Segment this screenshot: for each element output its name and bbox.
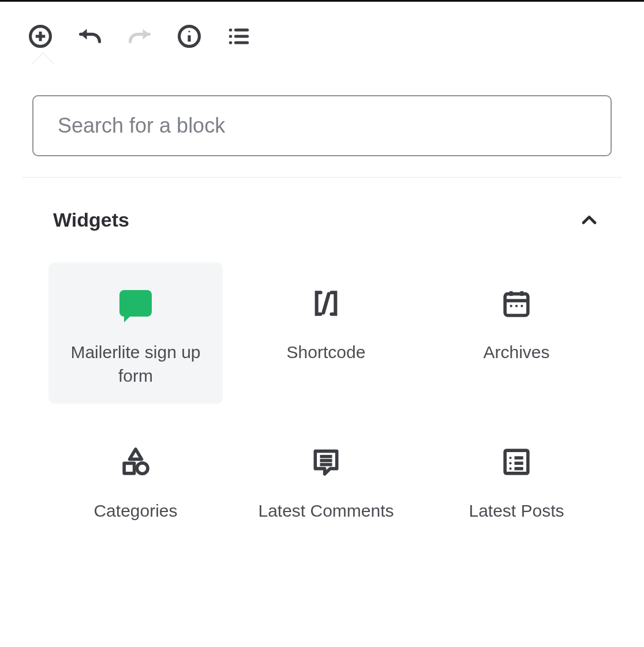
chevron-up-icon — [579, 210, 599, 230]
block-categories[interactable]: Categories — [48, 421, 223, 559]
redo-button[interactable] — [125, 21, 155, 51]
plus-circle-icon — [28, 24, 53, 49]
svg-point-27 — [509, 457, 511, 459]
calendar-icon — [500, 283, 533, 324]
block-archives[interactable]: Archives — [429, 262, 604, 404]
widgets-section-toggle[interactable]: Widgets — [0, 178, 644, 239]
block-label: Mailerlite sign up form — [58, 341, 214, 388]
list-icon — [226, 24, 252, 49]
info-button[interactable] — [174, 21, 204, 51]
chat-bubble-icon — [119, 283, 152, 324]
block-latest-comments[interactable]: Latest Comments — [239, 421, 413, 559]
svg-point-29 — [509, 462, 511, 464]
undo-button[interactable] — [75, 21, 105, 51]
list-box-icon — [500, 442, 533, 482]
block-mailerlite-signup-form[interactable]: Mailerlite sign up form — [48, 262, 223, 404]
svg-rect-13 — [505, 294, 528, 315]
editor-toolbar — [0, 2, 644, 64]
block-label: Archives — [483, 341, 549, 364]
redo-icon — [127, 24, 152, 49]
block-label: Latest Posts — [469, 499, 564, 523]
svg-point-5 — [189, 31, 190, 32]
shortcode-icon — [310, 283, 342, 324]
svg-point-22 — [137, 463, 148, 474]
svg-point-19 — [521, 305, 523, 307]
shapes-icon — [119, 442, 152, 482]
block-shortcode[interactable]: Shortcode — [239, 262, 413, 404]
info-icon — [177, 24, 202, 49]
undo-icon — [77, 24, 103, 49]
svg-line-12 — [323, 294, 328, 313]
svg-point-17 — [510, 305, 512, 307]
block-search-input[interactable] — [32, 95, 612, 156]
svg-rect-21 — [124, 463, 134, 473]
svg-marker-20 — [130, 449, 142, 460]
comment-icon — [310, 442, 342, 482]
block-label: Shortcode — [287, 341, 366, 364]
outline-button[interactable] — [224, 21, 254, 51]
block-label: Latest Comments — [258, 499, 394, 523]
section-title: Widgets — [53, 209, 129, 231]
block-grid: Mailerlite sign up form Shortcode Archiv… — [0, 239, 644, 559]
add-block-button[interactable] — [25, 21, 55, 51]
block-label: Categories — [93, 499, 177, 523]
block-latest-posts[interactable]: Latest Posts — [429, 421, 604, 559]
svg-point-18 — [515, 305, 518, 307]
svg-point-31 — [509, 468, 511, 470]
block-inserter-panel: Widgets Mailerlite sign up form Shortcod… — [0, 64, 644, 594]
